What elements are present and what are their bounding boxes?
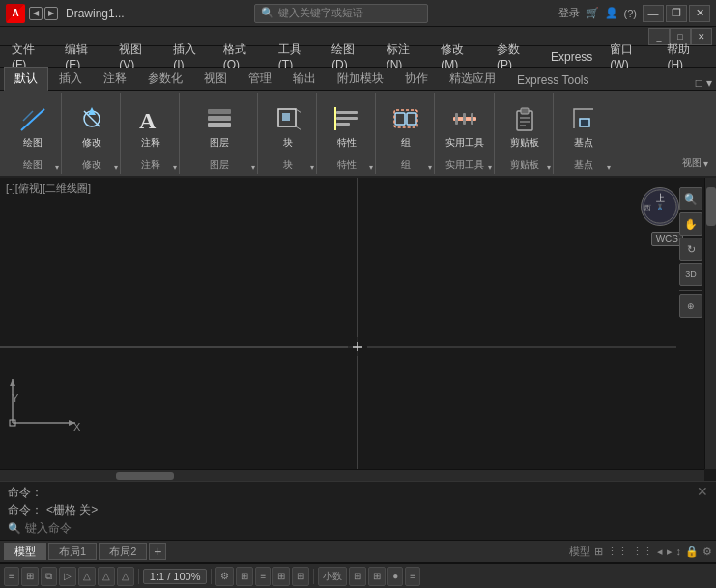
v-scroll-thumb[interactable] <box>706 187 716 226</box>
cart-icon[interactable]: 🛒 <box>586 7 599 19</box>
nav-back[interactable]: ◀ <box>29 7 43 20</box>
status-tri2-btn[interactable]: △ <box>98 567 115 586</box>
menu-modify[interactable]: 修改(M) <box>433 46 487 67</box>
status-grid4-btn[interactable]: ⊞ <box>368 567 386 586</box>
menu-express[interactable]: Express <box>543 46 600 67</box>
command-input[interactable] <box>25 521 218 535</box>
ribbon-menu-icon[interactable]: ▾ <box>706 76 712 90</box>
layers-button[interactable]: 图层 <box>200 101 239 152</box>
tab-output[interactable]: 输出 <box>282 67 327 90</box>
orbit-btn[interactable]: ↻ <box>679 238 702 261</box>
block-button[interactable]: 块 <box>269 101 307 152</box>
menu-window[interactable]: 窗口(W) <box>602 46 657 67</box>
help-icon[interactable]: (?) <box>624 8 637 19</box>
tab-manage[interactable]: 管理 <box>238 67 282 90</box>
group-button[interactable]: 组 <box>387 101 425 152</box>
menu-help[interactable]: 帮助(H) <box>659 46 712 67</box>
tab-insert[interactable]: 插入 <box>48 67 93 90</box>
utilities-button[interactable]: 实用工具 <box>442 101 488 152</box>
view-toggle-btn[interactable]: 视图 ▾ <box>682 156 708 170</box>
menu-file[interactable]: 文件(F) <box>4 46 55 67</box>
add-layout-btn[interactable]: + <box>149 543 166 560</box>
status-menu2-btn[interactable]: ≡ <box>405 567 420 586</box>
ribbon-expand-icon[interactable]: □ <box>696 76 702 90</box>
tab-model[interactable]: 模型 <box>4 543 46 560</box>
search-placeholder: 键入关键字或短语 <box>278 6 363 20</box>
settings-nav-btn[interactable]: ⊕ <box>679 294 702 318</box>
group-group-title: 组 <box>377 158 434 172</box>
wcs-badge[interactable]: WCS <box>651 232 683 246</box>
menu-dimension[interactable]: 标注(N) <box>379 46 432 67</box>
tab-view[interactable]: 视图 <box>193 67 238 90</box>
group-icon <box>390 103 421 134</box>
status-grid-btn[interactable]: ⊞ <box>21 567 39 586</box>
status-circle-btn[interactable]: ● <box>387 567 403 586</box>
tab-featured[interactable]: 精选应用 <box>439 67 506 90</box>
cmd-close-btn[interactable]: ✕ <box>697 484 708 499</box>
status-gear-btn[interactable]: ⚙ <box>215 567 234 586</box>
cmd-line-2: 命令： <栅格 关> <box>8 501 98 518</box>
dots-tab-2[interactable]: ⋮⋮ <box>632 546 653 558</box>
nav-arrows-3[interactable]: ↕ <box>676 546 682 557</box>
status-sep-1 <box>138 569 139 584</box>
drawing-area[interactable]: [-][俯视][二维线圈] 上 西 WCS Y X <box>0 178 716 481</box>
status-tri3-btn[interactable]: △ <box>117 567 134 586</box>
properties-button[interactable]: 特性 <box>328 101 366 152</box>
maximize-button[interactable]: ❐ <box>666 5 687 22</box>
tab-express-tools[interactable]: Express Tools <box>506 70 599 90</box>
basepoint-button[interactable]: 基点 <box>564 101 603 152</box>
user-icon[interactable]: 👤 <box>605 7 618 19</box>
dots-tab-1[interactable]: ⋮⋮ <box>607 546 628 558</box>
menu-view[interactable]: 视图(V) <box>111 46 163 67</box>
lock-icon[interactable]: 🔒 <box>685 546 699 558</box>
clipboard-button[interactable]: 剪贴板 <box>505 101 544 152</box>
tab-collab[interactable]: 协作 <box>394 67 439 90</box>
minimize-button[interactable]: — <box>643 5 664 22</box>
basepoint-group-title: 基点 <box>555 158 613 172</box>
menu-params[interactable]: 参数(P) <box>489 46 541 67</box>
status-grid2-btn[interactable]: ⊞ <box>236 567 253 586</box>
tab-layout2[interactable]: 布局2 <box>99 543 147 560</box>
menu-draw[interactable]: 绘图(D) <box>324 46 377 67</box>
nav-forward[interactable]: ▶ <box>44 7 58 20</box>
vertical-scrollbar[interactable] <box>704 178 716 469</box>
status-iso-btn[interactable]: ⊞ <box>292 567 309 586</box>
pan-btn[interactable]: ✋ <box>679 212 702 236</box>
status-list-btn[interactable]: ≡ <box>255 567 271 586</box>
menu-format[interactable]: 格式(O) <box>215 46 269 67</box>
tab-parametric[interactable]: 参数化 <box>137 67 193 90</box>
horizontal-scrollbar[interactable] <box>0 469 704 481</box>
scale-display[interactable]: 1:1 / 100% <box>143 569 208 584</box>
status-snap2-btn[interactable]: ⊞ <box>272 567 290 586</box>
annotate-button[interactable]: A 注释 <box>131 101 170 152</box>
cmd-line-1: 命令： <box>8 484 98 501</box>
compass[interactable]: 上 西 <box>641 187 683 230</box>
close-button[interactable]: ✕ <box>689 5 710 22</box>
draw-button[interactable]: 绘图 <box>14 101 52 152</box>
grid-icon-tab[interactable]: ⊞ <box>594 546 603 558</box>
status-menu-btn[interactable]: ≡ <box>4 567 19 586</box>
clipboard-group-title: 剪贴板 <box>496 158 553 172</box>
user-login[interactable]: 登录 <box>558 6 580 20</box>
modify-button[interactable]: 修改 <box>72 101 111 152</box>
decimal-btn[interactable]: 小数 <box>318 567 347 586</box>
zoom-btn[interactable]: 🔍 <box>679 187 702 210</box>
h-scroll-thumb[interactable] <box>116 472 174 480</box>
search-box[interactable]: 🔍 键入关键字或短语 <box>254 4 428 23</box>
menu-edit[interactable]: 编辑(E) <box>57 46 109 67</box>
nav3d-btn[interactable]: 3D <box>679 263 702 286</box>
settings-icon-tab[interactable]: ⚙ <box>702 546 712 558</box>
tab-addons[interactable]: 附加模块 <box>327 67 394 90</box>
nav-arrows-2[interactable]: ▸ <box>667 546 673 558</box>
status-arrow-btn[interactable]: ▷ <box>59 567 76 586</box>
menu-tools[interactable]: 工具(T) <box>271 46 322 67</box>
status-grid3-btn[interactable]: ⊞ <box>349 567 366 586</box>
tab-annotate[interactable]: 注释 <box>93 67 137 90</box>
utilities-icon <box>449 103 480 134</box>
tab-default[interactable]: 默认 <box>4 67 48 91</box>
status-tri1-btn[interactable]: △ <box>78 567 96 586</box>
menu-insert[interactable]: 插入(I) <box>165 46 214 67</box>
tab-layout1[interactable]: 布局1 <box>48 543 97 560</box>
nav-arrows-1[interactable]: ◂ <box>657 546 663 558</box>
status-snap-btn[interactable]: ⧉ <box>41 567 57 586</box>
